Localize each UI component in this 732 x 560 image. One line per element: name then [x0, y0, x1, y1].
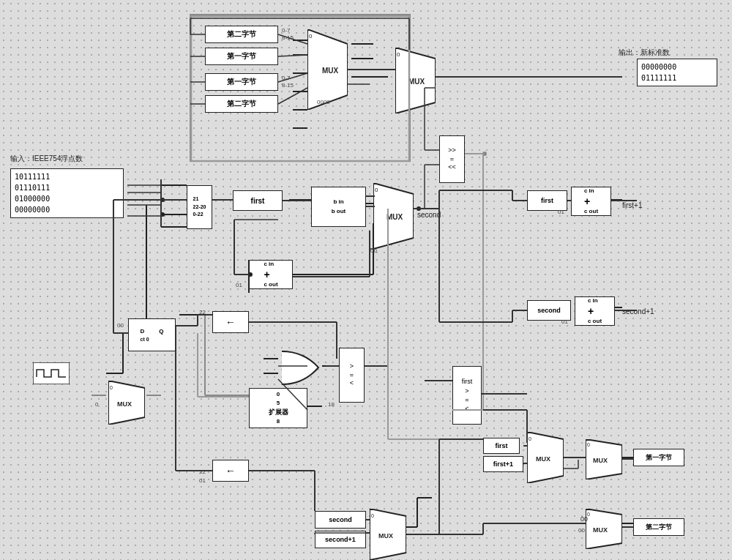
- first-right-mux1-in: first: [483, 438, 520, 454]
- svg-text:0: 0: [397, 51, 400, 58]
- bit-range-block: 21 22-20 0-22: [187, 185, 212, 229]
- or-gate: [278, 348, 326, 389]
- svg-line-136: [278, 55, 307, 56]
- expander-block: 0 5 扩展器 8: [249, 388, 307, 428]
- second-right-label: second: [417, 211, 441, 219]
- input-data-block: 10111111 01110111 01000000 00000000: [10, 168, 124, 218]
- bits-0-7-label: 0-7: [282, 27, 291, 34]
- top-comparator: >> = <<: [439, 135, 465, 183]
- bits-8-15-label: 8-15: [282, 34, 294, 41]
- dot-5-gray: [482, 152, 487, 156]
- dq-flipflop: D Q ct 0: [128, 318, 176, 351]
- svg-text:0: 0: [375, 187, 378, 193]
- svg-text:MUX: MUX: [593, 457, 608, 464]
- shift-left-bottom: ←: [212, 460, 249, 482]
- svg-line-138: [278, 88, 307, 104]
- b-in-out-block: b in b out: [311, 187, 366, 227]
- svg-text:0: 0: [110, 385, 113, 390]
- output-data-block: 00000000 01111111: [637, 59, 717, 86]
- input-data-text: 10111111 01110111 01000000 00000000: [15, 173, 50, 214]
- num00-bottom-label: 00: [578, 527, 585, 534]
- adder-mid-left: c in + c out: [249, 260, 293, 289]
- output-data-text: 00000000 01111111: [641, 63, 676, 82]
- bottom-left-mux: MUX 0: [108, 381, 145, 426]
- num01-d-label: 01: [199, 477, 206, 484]
- mid-mux: MUX 0: [373, 183, 414, 250]
- clock-symbol: [33, 362, 70, 386]
- dot-1: [160, 198, 165, 202]
- num00-label: 00: [370, 247, 377, 254]
- first-label-block-left: first: [233, 190, 283, 211]
- num01-b-label: 01: [558, 209, 564, 215]
- svg-text:MUX: MUX: [322, 67, 339, 75]
- adder-right-top: c in + c out: [571, 187, 611, 216]
- num22-bottom-label: 22: [199, 468, 206, 475]
- first-plus1-right-mux1-in: first+1: [483, 456, 523, 472]
- dot-2: [160, 212, 165, 217]
- svg-text:0: 0: [309, 33, 313, 40]
- bits-8-15b-label: 8-15: [282, 82, 294, 89]
- mid-comparator: > = <: [339, 348, 365, 403]
- first-comparator-right: first > = <: [452, 366, 482, 425]
- svg-text:0: 0: [529, 436, 531, 441]
- bottom-right-mux1: MUX 0: [527, 432, 564, 485]
- second-bottom-block: second: [315, 511, 366, 529]
- byte2-output-block: 第二字节: [633, 518, 684, 536]
- shift-left-top: ←: [212, 311, 249, 333]
- byte2-mid-block: 第二字节: [205, 95, 278, 113]
- second-plus1-bottom-block: second+1: [315, 531, 366, 548]
- svg-text:0: 0: [587, 512, 590, 517]
- bottom-center-mux: MUX 0: [370, 509, 406, 560]
- svg-text:0: 0: [587, 442, 590, 447]
- dot-4: [417, 206, 421, 211]
- num0000-label: 0000: [317, 99, 330, 105]
- adder-right-bottom: c in + c out: [575, 296, 615, 326]
- second-right-adder-in: second: [527, 300, 571, 321]
- svg-text:0: 0: [371, 513, 374, 518]
- bits-0-7b-label: 0-7: [282, 75, 291, 81]
- top-mux-right: MUX 0: [395, 48, 436, 115]
- svg-text:MUX: MUX: [117, 400, 132, 408]
- second-plus1-label: second+1: [622, 307, 654, 316]
- num01-c-label: 01: [561, 318, 568, 325]
- byte2-top-block: 第二字节: [205, 26, 278, 43]
- dot-3: [248, 272, 253, 277]
- byte1-output-block: 第一字节: [633, 449, 684, 466]
- input-label: 输入：IEEE754浮点数: [10, 154, 83, 164]
- outermost-mux-bottom: MUX 0: [586, 509, 622, 550]
- num22-label: 22: [199, 309, 206, 316]
- svg-text:MUX: MUX: [408, 78, 425, 86]
- first-plus1-label: first+1: [622, 201, 643, 209]
- byte1-top-block: 第一字节: [205, 48, 278, 65]
- canvas: 输入：IEEE754浮点数 10111111 01110111 01000000…: [0, 0, 732, 560]
- num01-a-label: 01: [236, 282, 242, 288]
- byte1-mid-block: 第一字节: [205, 73, 278, 91]
- svg-text:MUX: MUX: [593, 526, 608, 534]
- outermost-mux-top: MUX 0: [586, 439, 622, 481]
- svg-text:MUX: MUX: [378, 532, 393, 540]
- num0-mux-label: 0: [95, 401, 98, 408]
- wire-layer: [0, 0, 732, 560]
- output-label: 输出：新标准数: [619, 48, 670, 58]
- num00-dq: 00: [117, 322, 124, 329]
- num18-label: 18: [328, 401, 335, 408]
- svg-text:MUX: MUX: [536, 455, 550, 463]
- overlay-wires: 00: [0, 0, 732, 560]
- svg-text:MUX: MUX: [386, 213, 403, 221]
- first-right-adder-in: first: [527, 190, 567, 211]
